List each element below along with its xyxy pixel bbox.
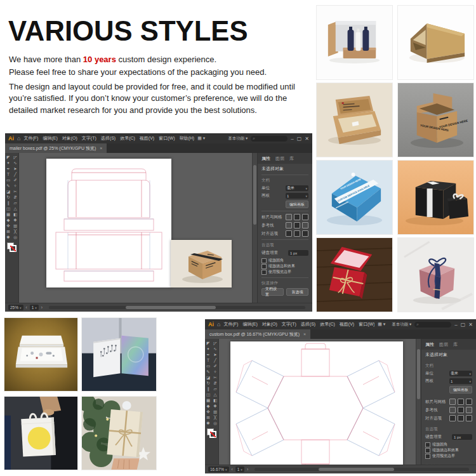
- menu-item[interactable]: 视图(V): [140, 135, 154, 142]
- grid-icon[interactable]: [458, 399, 464, 405]
- home-icon[interactable]: ⌂: [17, 136, 20, 142]
- menu-item[interactable]: 帮助(H): [179, 135, 194, 142]
- paintbrush-tool-icon[interactable]: ✐: [13, 178, 18, 183]
- maximize-button[interactable]: ▢: [461, 322, 466, 327]
- menu-item[interactable]: 窗口(W): [159, 135, 175, 142]
- type-tool-icon[interactable]: T: [206, 358, 211, 363]
- stroke-color-swatch[interactable]: [10, 245, 17, 252]
- pencil-tool-icon[interactable]: ✎: [206, 369, 211, 374]
- scale-tool-icon[interactable]: ⇵: [13, 195, 18, 200]
- tab-properties[interactable]: 属性: [425, 341, 434, 348]
- tab-libraries[interactable]: 库: [289, 155, 294, 162]
- prev-artboard-icon[interactable]: ‹: [232, 467, 233, 472]
- document-tab[interactable]: custom box.pdf @ 16.67% (CMYK/GPU 预览) ×: [205, 329, 310, 339]
- menu-item[interactable]: 编辑(E): [242, 321, 257, 327]
- shape-builder-tool-icon[interactable]: ◫: [6, 206, 11, 211]
- preference-checkbox[interactable]: 使用预览边界: [261, 269, 308, 275]
- artboard-number-select[interactable]: 1▾: [30, 305, 39, 310]
- magic-wand-tool-icon[interactable]: ✦: [6, 161, 11, 166]
- tab-libraries[interactable]: 库: [453, 341, 458, 348]
- perspective-grid-tool-icon[interactable]: △: [213, 392, 218, 397]
- arrange-documents-icon[interactable]: ▦ ▾: [378, 322, 385, 327]
- search-input[interactable]: ⌕: [414, 322, 451, 327]
- close-button[interactable]: ✕: [305, 136, 309, 142]
- mesh-tool-icon[interactable]: ▦: [6, 212, 11, 217]
- line-segment-tool-icon[interactable]: ╱: [13, 172, 18, 177]
- snap-grid-icon[interactable]: [286, 230, 292, 237]
- zoom-level-select[interactable]: 25%▾: [8, 305, 23, 310]
- artboard-tool-icon[interactable]: ⊞: [206, 415, 211, 420]
- snap-point-icon[interactable]: [466, 415, 472, 421]
- illustrator-logo-icon[interactable]: Ai: [8, 135, 14, 142]
- lock-guides-icon[interactable]: [294, 222, 300, 228]
- keyboard-increment-input[interactable]: 1 px: [288, 250, 308, 256]
- line-segment-tool-icon[interactable]: ╱: [213, 358, 218, 363]
- menu-item[interactable]: 对象(O): [62, 135, 77, 142]
- shaper-tool-icon[interactable]: ✧: [213, 369, 218, 374]
- menu-item[interactable]: 文件(F): [223, 321, 238, 327]
- edit-artboards-button[interactable]: 编辑画板: [286, 201, 308, 208]
- preferences-button[interactable]: 首选项: [286, 288, 308, 296]
- paintbrush-tool-icon[interactable]: ✐: [213, 364, 218, 369]
- workspace-switcher[interactable]: 基本功能 ▾: [392, 322, 411, 327]
- ruler-icon[interactable]: [286, 214, 292, 220]
- rotate-tool-icon[interactable]: ↻: [6, 195, 11, 200]
- column-graph-tool-icon[interactable]: ▥: [13, 223, 18, 228]
- transparency-grid-icon[interactable]: [466, 399, 472, 405]
- hand-tool-icon[interactable]: ✱: [6, 235, 11, 240]
- gradient-tool-icon[interactable]: ◧: [13, 212, 18, 217]
- menu-item[interactable]: 效果(C): [320, 321, 335, 327]
- menu-item[interactable]: 窗口(W): [359, 321, 374, 327]
- units-dropdown[interactable]: 毫米▾: [286, 185, 308, 191]
- preference-checkbox[interactable]: 使用预览边界: [425, 453, 472, 459]
- hand-tool-icon[interactable]: ✱: [206, 421, 211, 426]
- zoom-tool-icon[interactable]: ◎: [13, 235, 18, 240]
- eraser-tool-icon[interactable]: ◪: [6, 189, 11, 194]
- width-tool-icon[interactable]: ∥: [6, 201, 11, 206]
- selection-tool-icon[interactable]: ◤: [6, 155, 11, 160]
- zoom-tool-icon[interactable]: ◎: [213, 421, 218, 426]
- pencil-tool-icon[interactable]: ✎: [6, 183, 11, 188]
- maximize-button[interactable]: ▢: [297, 136, 302, 142]
- smart-guides-icon[interactable]: [466, 407, 472, 413]
- preference-checkbox[interactable]: 缩放描边和效果: [425, 447, 472, 453]
- slice-tool-icon[interactable]: ╳: [13, 229, 18, 234]
- snap-pixel-icon[interactable]: [294, 230, 300, 237]
- stroke-color-swatch[interactable]: [209, 431, 216, 438]
- preference-checkbox[interactable]: 缩放圆角: [261, 258, 308, 263]
- pen-tool-icon[interactable]: ✒: [6, 166, 11, 171]
- selection-tool-icon[interactable]: ◤: [206, 341, 211, 346]
- next-artboard-icon[interactable]: ›: [41, 305, 43, 310]
- canvas[interactable]: [19, 153, 252, 303]
- scissors-tool-icon[interactable]: ✂: [13, 189, 18, 194]
- tab-layers[interactable]: 图层: [439, 341, 448, 348]
- artboard-tool-icon[interactable]: ⊞: [6, 229, 11, 234]
- zoom-level-select[interactable]: 16.67%▾: [208, 466, 229, 472]
- illustrator-logo-icon[interactable]: Ai: [208, 321, 214, 327]
- show-guides-icon[interactable]: [286, 222, 292, 228]
- shape-builder-tool-icon[interactable]: ◫: [206, 392, 211, 397]
- perspective-grid-tool-icon[interactable]: △: [13, 206, 18, 211]
- lasso-tool-icon[interactable]: ∿: [13, 161, 18, 166]
- document-tab[interactable]: mailer boxes.pdf @ 25% (CMYK/GPU 预览) ×: [5, 143, 107, 153]
- search-input[interactable]: ⌕: [251, 136, 288, 142]
- rectangle-tool-icon[interactable]: ▭: [206, 364, 211, 369]
- tab-close-icon[interactable]: ×: [303, 332, 306, 336]
- menu-item[interactable]: 文件(F): [23, 135, 38, 142]
- direct-selection-tool-icon[interactable]: ◸: [13, 155, 18, 160]
- rotate-tool-icon[interactable]: ↻: [206, 381, 211, 386]
- snap-pixel-icon[interactable]: [458, 415, 464, 421]
- grid-icon[interactable]: [294, 214, 300, 220]
- horizontal-scrollbar[interactable]: [49, 306, 305, 309]
- symbol-sprayer-tool-icon[interactable]: ✥: [206, 409, 211, 414]
- close-button[interactable]: ✕: [468, 322, 473, 327]
- menu-item[interactable]: 选择(S): [301, 321, 315, 327]
- menu-item[interactable]: 选择(S): [101, 135, 116, 142]
- keyboard-increment-input[interactable]: 1 px: [452, 434, 472, 440]
- tab-close-icon[interactable]: ×: [100, 146, 102, 150]
- menu-item[interactable]: 文字(T): [82, 135, 96, 142]
- lasso-tool-icon[interactable]: ∿: [213, 347, 218, 352]
- type-tool-icon[interactable]: T: [6, 172, 11, 177]
- canvas[interactable]: [219, 339, 416, 465]
- home-icon[interactable]: ⌂: [217, 322, 220, 327]
